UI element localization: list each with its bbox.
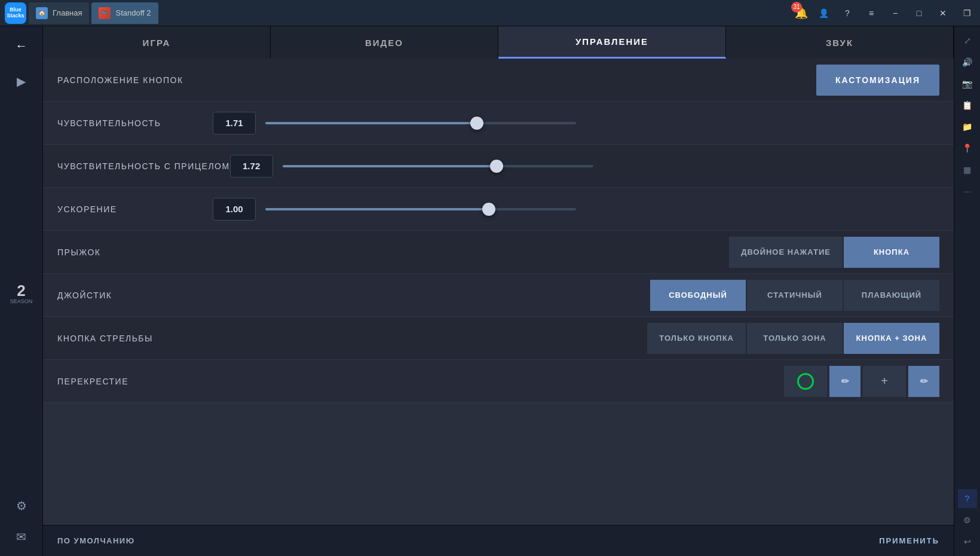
account-icon[interactable]: 👤	[815, 5, 832, 22]
season-number: 2	[17, 283, 25, 298]
tab-game[interactable]: 🎮 Standoff 2	[91, 2, 158, 24]
help-right-icon: ?	[965, 494, 970, 503]
sensitivity-slider-container: 1.71	[213, 112, 939, 135]
sensitivity-aim-fill	[283, 165, 497, 167]
volume-button[interactable]: 🔊	[958, 53, 977, 72]
sensitivity-aim-value: 1.72	[230, 155, 273, 178]
home-tab-label: Главная	[53, 8, 82, 17]
tab-sound-settings[interactable]: ЗВУК	[726, 26, 954, 59]
default-button[interactable]: ПО УМОЛЧАНИЮ	[57, 536, 135, 545]
restore-button[interactable]: ❐	[958, 5, 975, 22]
customize-button[interactable]: КАСТОМИЗАЦИЯ	[816, 65, 939, 96]
camera-icon: 📷	[962, 79, 972, 88]
fire-button-label: КНОПКА СТРЕЛЬБЫ	[57, 334, 213, 343]
bluestacks-logo: BlueStacks	[5, 2, 26, 24]
acceleration-fill	[265, 208, 489, 210]
acceleration-slider-container: 1.00	[213, 198, 939, 221]
folder-button[interactable]: 📁	[958, 117, 977, 136]
setting-row-fire-button: КНОПКА СТРЕЛЬБЫ ТОЛЬКО КНОПКА ТОЛЬКО ЗОН…	[43, 317, 954, 360]
more-button[interactable]: ···	[958, 182, 977, 201]
tab-game-settings[interactable]: ИГРА	[43, 26, 271, 59]
clipboard-button[interactable]: 📋	[958, 96, 977, 115]
minimize-button[interactable]: −	[887, 5, 904, 22]
setting-row-acceleration: УСКОРЕНИЕ 1.00	[43, 188, 954, 231]
jump-button-option[interactable]: КНОПКА	[844, 237, 939, 268]
fire-zone-only-button[interactable]: ТОЛЬКО ЗОНА	[747, 323, 843, 354]
acceleration-thumb[interactable]	[482, 203, 495, 216]
volume-icon: 🔊	[962, 57, 972, 67]
sensitivity-label: ЧУВСТВИТЕЛЬНОСТЬ	[57, 118, 213, 128]
joystick-free-button[interactable]: СВОБОДНЫЙ	[650, 280, 746, 311]
tab-video-label: ВИДЕО	[365, 38, 403, 48]
maximize-button[interactable]: □	[911, 5, 927, 22]
layout-button[interactable]: ▦	[958, 160, 977, 179]
apply-button[interactable]: ПРИМЕНИТЬ	[879, 536, 939, 545]
acceleration-track[interactable]	[265, 208, 576, 210]
gear-icon: ⚙	[16, 499, 27, 513]
setting-row-joystick: ДЖОЙСТИК СВОБОДНЫЙ СТАТИЧНЫЙ ПЛАВАЮЩИЙ	[43, 274, 954, 317]
plus-icon: +	[881, 374, 888, 388]
mail-button[interactable]: ✉	[7, 523, 36, 551]
settings-button[interactable]: ⚙	[7, 491, 36, 520]
mail-icon: ✉	[16, 530, 26, 544]
crosshair-circle-icon	[797, 373, 814, 390]
screenshot-button[interactable]: 📷	[958, 74, 977, 93]
setting-row-sensitivity-aim: ЧУВСТВИТЕЛЬНОСТЬ С ПРИЦЕЛОМ 1.72	[43, 145, 954, 188]
jump-double-tap-button[interactable]: ДВОЙНОЕ НАЖАТИЕ	[729, 237, 843, 268]
pencil-icon-1: ✏	[841, 375, 849, 387]
settings-right-button[interactable]: ⚙	[958, 511, 977, 530]
menu-icon[interactable]: ≡	[863, 5, 880, 22]
joystick-floating-button[interactable]: ПЛАВАЮЩИЙ	[844, 280, 939, 311]
tab-control-label: УПРАВЛЕНИЕ	[575, 36, 648, 47]
jump-options: ДВОЙНОЕ НАЖАТИЕ КНОПКА	[729, 237, 939, 268]
help-icon[interactable]: ?	[839, 5, 856, 22]
title-bar: BlueStacks 🏠 Главная 🎮 Standoff 2 🔔 31 👤…	[0, 0, 980, 26]
crosshair-add-button[interactable]: +	[863, 366, 906, 397]
setting-row-button-layout: РАСПОЛОЖЕНИЕ КНОПОК КАСТОМИЗАЦИЯ	[43, 59, 954, 102]
setting-row-jump: ПРЫЖОК ДВОЙНОЕ НАЖАТИЕ КНОПКА	[43, 231, 954, 274]
button-layout-label: РАСПОЛОЖЕНИЕ КНОПОК	[57, 75, 213, 85]
back-button[interactable]: ←	[7, 31, 36, 60]
clipboard-icon: 📋	[962, 100, 972, 110]
sensitivity-aim-slider-container: 1.72	[230, 155, 939, 178]
tab-video-settings[interactable]: ВИДЕО	[271, 26, 498, 59]
fullscreen-button[interactable]: ⤢	[958, 31, 977, 50]
season-label: SEASON	[10, 298, 33, 304]
tab-game-label: ИГРА	[143, 38, 171, 48]
crosshair-label: ПЕРЕКРЕСТИЕ	[57, 377, 213, 386]
right-sidebar: ⤢ 🔊 📷 📋 📁 📍 ▦ ··· ? ⚙ ↩	[954, 26, 980, 556]
top-tabs: ИГРА ВИДЕО УПРАВЛЕНИЕ ЗВУК	[43, 26, 954, 59]
setting-row-sensitivity: ЧУВСТВИТЕЛЬНОСТЬ 1.71	[43, 102, 954, 145]
left-sidebar: ← ▶ 2 SEASON ⚙ ✉	[0, 26, 43, 556]
crosshair-edit-button-2[interactable]: ✏	[908, 366, 939, 397]
close-button[interactable]: ✕	[935, 5, 951, 22]
sensitivity-aim-thumb[interactable]	[490, 160, 503, 173]
joystick-options: СВОБОДНЫЙ СТАТИЧНЫЙ ПЛАВАЮЩИЙ	[650, 280, 939, 311]
fire-button-zone-button[interactable]: КНОПКА + ЗОНА	[844, 323, 939, 354]
pencil-icon-2: ✏	[920, 375, 928, 387]
tab-sound-label: ЗВУК	[826, 38, 853, 48]
sensitivity-fill	[265, 122, 477, 124]
joystick-static-button[interactable]: СТАТИЧНЫЙ	[747, 280, 843, 311]
crosshair-options: ✏ + ✏	[784, 366, 939, 397]
help-right-button[interactable]: ?	[958, 489, 977, 508]
crosshair-edit-button-1[interactable]: ✏	[829, 366, 860, 397]
tab-control-settings[interactable]: УПРАВЛЕНИЕ	[498, 26, 726, 59]
back-right-button[interactable]: ↩	[958, 532, 977, 551]
tab-home[interactable]: 🏠 Главная	[29, 2, 89, 24]
jump-label: ПРЫЖОК	[57, 248, 213, 257]
fire-button-only-button[interactable]: ТОЛЬКО КНОПКА	[647, 323, 746, 354]
main-layout: ← ▶ 2 SEASON ⚙ ✉ ИГРА ВИДЕО УПРАВЛЕ	[0, 26, 980, 556]
folder-icon: 📁	[962, 122, 972, 132]
settings-panel: РАСПОЛОЖЕНИЕ КНОПОК КАСТОМИЗАЦИЯ ЧУВСТВИ…	[43, 59, 954, 525]
location-icon: 📍	[962, 143, 972, 153]
crosshair-preview	[784, 366, 827, 397]
sensitivity-thumb[interactable]	[470, 117, 483, 130]
location-button[interactable]: 📍	[958, 139, 977, 158]
back-right-icon: ↩	[964, 537, 971, 546]
gear-right-icon: ⚙	[963, 515, 971, 525]
sensitivity-aim-track[interactable]	[283, 165, 593, 167]
content-area: ИГРА ВИДЕО УПРАВЛЕНИЕ ЗВУК РАСПОЛОЖЕНИЕ …	[43, 26, 954, 556]
sensitivity-track[interactable]	[265, 122, 576, 124]
play-button[interactable]: ▶	[7, 67, 36, 96]
